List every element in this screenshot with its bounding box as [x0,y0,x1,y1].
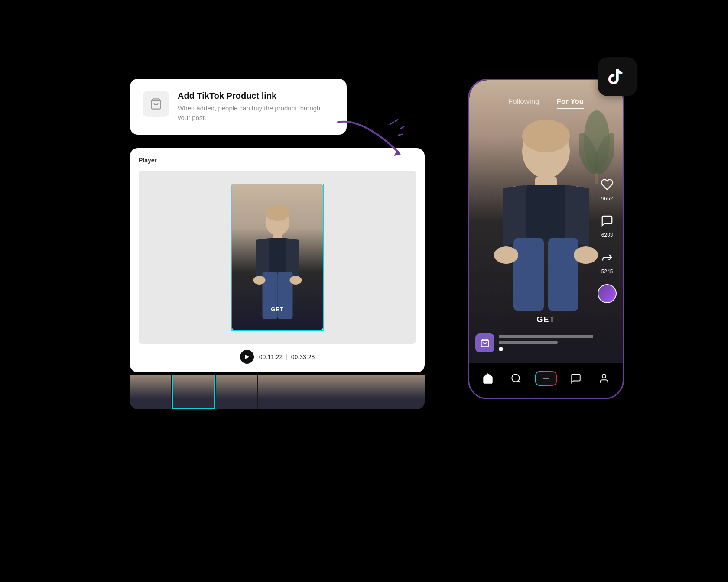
nav-home[interactable] [478,369,497,388]
plant-decoration [579,106,614,184]
handle-top-right[interactable] [322,184,324,186]
shopping-bag-icon [150,98,162,110]
editor-panel: Player [130,148,425,372]
nav-add[interactable] [535,371,557,386]
tiktok-icon [606,65,630,89]
play-button[interactable] [240,350,254,364]
svg-point-34 [602,374,606,378]
svg-point-7 [265,205,289,221]
nav-profile[interactable] [595,369,614,388]
svg-point-17 [522,120,570,152]
tiktok-logo [598,57,637,96]
tab-following[interactable]: Following [508,97,540,109]
editor-controls: 00:11:22 | 00:33:28 [139,350,416,364]
filmstrip-frame [130,375,171,409]
filmstrip-frame [258,375,299,409]
current-time: 00:11:22 | 00:33:28 [259,353,315,360]
phone-nav-tabs: Following For You [469,97,623,109]
svg-point-24 [574,246,598,264]
nav-messages[interactable] [566,369,585,388]
phone-actions: 9652 6283 5245 [598,175,617,303]
arrow-decoration [325,113,412,165]
product-link-card[interactable]: Add TikTok Product link When added, peop… [130,79,347,135]
shop-bar-1 [499,335,593,338]
svg-point-14 [289,276,302,285]
svg-line-31 [518,381,520,383]
phone-mockup: Following For You 9652 6283 [468,79,624,399]
phone-screen: Following For You 9652 6283 [469,80,623,398]
progress-dot [499,347,503,351]
svg-marker-15 [245,355,249,359]
tab-for-you[interactable]: For You [557,97,584,109]
svg-line-2 [390,122,393,124]
filmstrip-frame-selected [172,375,215,409]
handle-bottom-left[interactable] [231,328,234,331]
product-card-description: When added, people can buy the product t… [178,103,334,123]
phone-shop-row [469,333,623,352]
comment-count: 6283 [601,232,613,238]
product-card-title: Add TikTok Product link [178,91,334,101]
filmstrip [130,375,425,409]
product-icon [143,91,169,117]
nav-search[interactable] [507,369,526,388]
creator-avatar[interactable] [598,284,617,303]
filmstrip-frame [216,375,257,409]
like-button[interactable]: 9652 [598,175,617,202]
filmstrip-frame [299,375,341,409]
like-count: 9652 [601,196,613,202]
svg-point-13 [253,276,265,285]
filmstrip-frame [341,375,383,409]
editor-get-label: GET [271,306,284,313]
share-button[interactable]: 5245 [598,248,617,275]
svg-rect-20 [526,185,566,241]
svg-line-5 [399,134,402,135]
shop-bar-2 [499,341,558,344]
svg-rect-22 [548,238,578,311]
svg-line-4 [401,126,404,129]
comment-button[interactable]: 6283 [598,211,617,238]
shop-text [499,335,617,351]
svg-rect-10 [269,238,286,275]
svg-point-30 [512,374,520,382]
share-count: 5245 [601,268,613,275]
editor-video-frame[interactable]: GET [231,184,324,331]
editor-canvas: GET [139,171,416,344]
svg-rect-21 [514,238,544,311]
shop-bag-icon[interactable] [475,333,494,352]
phone-bottom-nav [469,363,623,398]
filmstrip-frame [384,375,425,409]
svg-line-3 [395,120,398,121]
handle-bottom-right[interactable] [322,328,324,331]
svg-point-23 [494,246,518,264]
phone-get-label: GET [536,315,555,324]
